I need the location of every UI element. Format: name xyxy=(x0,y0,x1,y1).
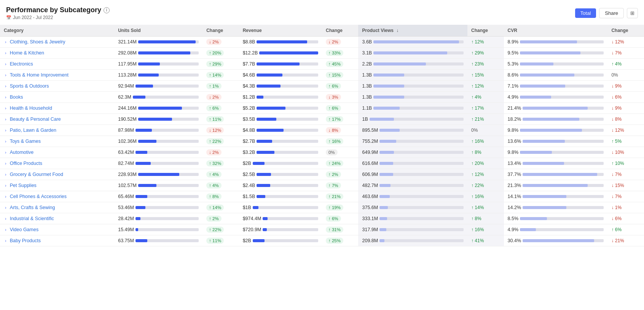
category-link[interactable]: Sports & Outdoors xyxy=(10,83,49,89)
category-link[interactable]: Patio, Lawn & Garden xyxy=(10,128,56,133)
table-row: ›Beauty & Personal Care190.52M↑ 11%$3.5B… xyxy=(0,114,644,125)
expand-button[interactable]: › xyxy=(4,117,8,122)
category-link[interactable]: Tools & Home Improvement xyxy=(10,72,69,78)
category-link[interactable]: Electronics xyxy=(10,61,33,67)
expand-button[interactable]: › xyxy=(4,194,8,199)
revenue-value: $8.8B xyxy=(243,39,255,45)
units-sold-value: 244.16M xyxy=(118,105,137,111)
revenue-change-cell: ↑ 17% xyxy=(322,114,359,125)
units-change-cell: ↑ 11% xyxy=(202,114,239,125)
category-link[interactable]: Cell Phones & Accessories xyxy=(10,194,67,199)
category-link[interactable]: Toys & Games xyxy=(10,139,41,144)
expand-button[interactable]: › xyxy=(4,183,8,188)
cvr-value: 8.5% xyxy=(508,216,519,221)
table-row: ›Automotive63.42M↓ 2%$3.2B0%649.9M↑ 8%9.… xyxy=(0,147,644,158)
cvr-change-cell: ↓ 21% xyxy=(607,235,644,246)
product-views-cell: 1.3B xyxy=(358,81,467,92)
product-views-cell: 616.6M xyxy=(358,158,467,169)
category-cell: ›Tools & Home Improvement xyxy=(0,70,114,81)
units-change-cell: ↑ 2% xyxy=(202,213,239,224)
export-button[interactable]: ⊞ xyxy=(627,8,638,18)
revenue-change-cell: ↑ 24% xyxy=(322,158,359,169)
expand-button[interactable]: › xyxy=(4,128,8,133)
expand-button[interactable]: › xyxy=(4,83,8,89)
revenue-change-cell: ↑ 6% xyxy=(322,81,359,92)
expand-button[interactable]: › xyxy=(4,39,8,45)
table-header: Category Units Sold Change Revenue Chang… xyxy=(0,25,644,37)
product-views-cell: 375.6M xyxy=(358,202,467,213)
expand-button[interactable]: › xyxy=(4,161,8,166)
info-icon[interactable]: i xyxy=(104,7,110,13)
sort-icon: ↓ xyxy=(396,28,399,33)
category-cell: ›Cell Phones & Accessories xyxy=(0,191,114,202)
expand-button[interactable]: › xyxy=(4,94,8,100)
category-cell: ›Grocery & Gourmet Food xyxy=(0,169,114,180)
category-link[interactable]: Grocery & Gourmet Food xyxy=(10,172,63,177)
expand-button[interactable]: › xyxy=(4,216,8,221)
cvr-cell: 18.2% xyxy=(504,114,608,125)
product-views-cell: 606.9M xyxy=(358,169,467,180)
revenue-change-cell: ↓ 3% xyxy=(322,92,359,103)
pv-change-cell: ↑ 41% xyxy=(467,235,504,246)
units-sold-cell: 53.46M xyxy=(114,202,202,213)
expand-button[interactable]: › xyxy=(4,205,8,210)
product-views-value: 1.3B xyxy=(362,94,372,100)
pv-change-cell: ↑ 8% xyxy=(467,213,504,224)
table-row: ›Grocery & Gourmet Food228.93M↑ 4%$2.5B↑… xyxy=(0,169,644,180)
category-link[interactable]: Automotive xyxy=(10,150,34,155)
revenue-cell: $720.9M xyxy=(239,224,322,235)
category-link[interactable]: Health & Household xyxy=(10,105,52,111)
product-views-value: 3.6B xyxy=(362,39,372,45)
category-link[interactable]: Clothing, Shoes & Jewelry xyxy=(10,39,65,45)
expand-button[interactable]: › xyxy=(4,72,8,78)
expand-button[interactable]: › xyxy=(4,172,8,177)
revenue-change-cell: ↑ 19% xyxy=(322,202,359,213)
category-link[interactable]: Baby Products xyxy=(10,238,41,243)
cvr-value: 13.4% xyxy=(508,161,521,166)
category-link[interactable]: Home & Kitchen xyxy=(10,50,44,56)
category-link[interactable]: Industrial & Scientific xyxy=(10,216,54,221)
units-change-cell: ↑ 6% xyxy=(202,103,239,114)
col-product-views[interactable]: Product Views ↓ xyxy=(358,25,467,37)
expand-button[interactable]: › xyxy=(4,61,8,67)
units-sold-value: 92.94M xyxy=(118,83,134,89)
units-sold-cell: 244.16M xyxy=(114,103,202,114)
units-change-cell: ↑ 4% xyxy=(202,169,239,180)
product-views-cell: 3.6B xyxy=(358,37,467,48)
category-link[interactable]: Office Products xyxy=(10,161,42,166)
category-link[interactable]: Video Games xyxy=(10,227,39,232)
share-button[interactable]: Share xyxy=(599,8,624,18)
pv-change-cell: ↑ 12% xyxy=(467,37,504,48)
units-sold-value: 28.42M xyxy=(118,216,134,221)
units-change-cell: ↓ 2% xyxy=(202,37,239,48)
calendar-icon: 📅 xyxy=(6,15,11,20)
category-link[interactable]: Pet Supplies xyxy=(10,183,37,188)
units-change-cell: ↑ 1% xyxy=(202,81,239,92)
revenue-value: $3.2B xyxy=(243,150,255,155)
total-button[interactable]: Total xyxy=(575,8,596,18)
category-cell: ›Pet Supplies xyxy=(0,180,114,191)
units-sold-cell: 63.42M xyxy=(114,147,202,158)
category-link[interactable]: Arts, Crafts & Sewing xyxy=(10,205,55,210)
title-text: Performance by Subcategory xyxy=(6,6,101,14)
expand-button[interactable]: › xyxy=(4,150,8,155)
units-sold-cell: 92.94M xyxy=(114,81,202,92)
expand-button[interactable]: › xyxy=(4,238,8,243)
product-views-cell: 463.6M xyxy=(358,191,467,202)
revenue-value: $2.4B xyxy=(243,183,255,188)
units-sold-cell: 117.95M xyxy=(114,59,202,70)
expand-button[interactable]: › xyxy=(4,139,8,144)
cvr-cell: 21.4% xyxy=(504,103,608,114)
revenue-value: $720.9M xyxy=(243,227,261,232)
product-views-value: 606.9M xyxy=(362,172,378,177)
col-revenue: Revenue xyxy=(239,25,322,37)
expand-button[interactable]: › xyxy=(4,105,8,111)
pv-change-cell: ↑ 16% xyxy=(467,224,504,235)
cvr-value: 18.2% xyxy=(508,117,521,122)
category-link[interactable]: Books xyxy=(10,94,23,100)
units-change-cell: ↓ 12% xyxy=(202,125,239,136)
category-link[interactable]: Beauty & Personal Care xyxy=(10,117,61,122)
expand-button[interactable]: › xyxy=(4,227,8,232)
revenue-value: $3.5B xyxy=(243,117,255,122)
expand-button[interactable]: › xyxy=(4,50,8,56)
